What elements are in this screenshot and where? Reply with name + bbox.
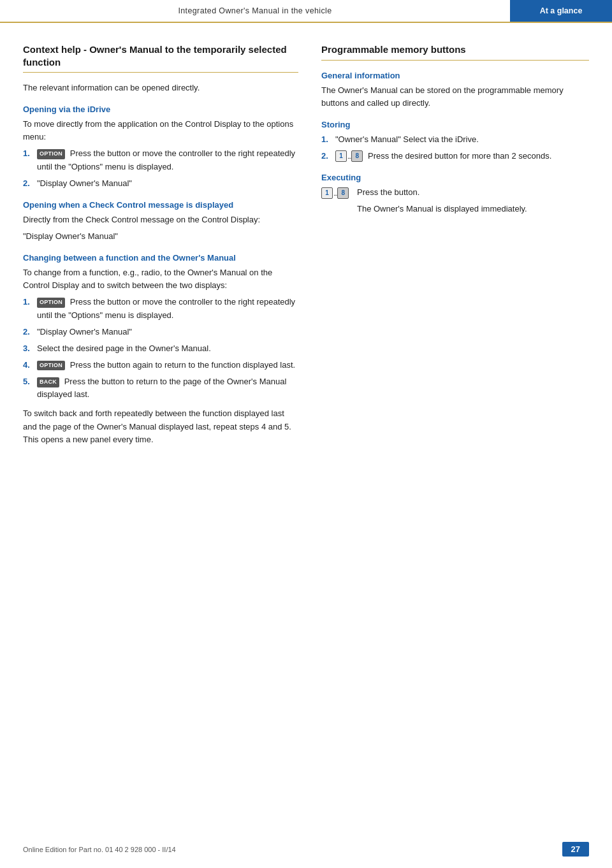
step-number: 1.: [321, 133, 335, 146]
step-number: 4.: [23, 359, 37, 372]
list-item: 2. "Display Owner's Manual": [23, 177, 298, 190]
opening-idrive-steps: 1. OPTION Press the button or move the c…: [23, 147, 298, 189]
header-section-title: At a glance: [510, 0, 612, 22]
step-content: 1 ... 8 Press the desired button for mor…: [335, 150, 589, 163]
list-item: 1. OPTION Press the button or move the c…: [23, 296, 298, 321]
subsection-check-control-title: Opening when a Check Control message is …: [23, 200, 298, 210]
step-content: Select the desired page in the Owner's M…: [37, 342, 298, 355]
list-item: 4. OPTION Press the button again to retu…: [23, 359, 298, 372]
subsection-executing-title: Executing: [321, 173, 589, 182]
changing-footer-text: To switch back and forth repeatedly betw…: [23, 407, 298, 445]
list-item: 5. BACK Press the button to return to th…: [23, 375, 298, 401]
step-content: OPTION Press the button or move the cont…: [37, 147, 298, 173]
step-number: 1.: [23, 147, 37, 160]
page-header: Integrated Owner's Manual in the vehicle…: [0, 0, 612, 23]
step-content: OPTION Press the button or move the cont…: [37, 296, 298, 321]
subsection-storing-title: Storing: [321, 120, 589, 129]
executing-result-text: The Owner's Manual is displayed immediat…: [357, 203, 527, 215]
subsection-check-control-quote: "Display Owner's Manual": [23, 230, 298, 243]
storing-steps: 1. "Owner's Manual" Select via the iDriv…: [321, 133, 589, 163]
page-footer: Online Edition for Part no. 01 40 2 928 …: [0, 842, 612, 857]
right-column: Programmable memory buttons General info…: [321, 43, 589, 450]
section-divider: [321, 60, 589, 61]
mem-box-exec-1: 1: [321, 187, 333, 199]
list-item: 2. 1 ... 8 Press the desired button for …: [321, 150, 589, 163]
mem-box-8: 8: [351, 150, 363, 162]
option-button-icon: OPTION: [37, 149, 65, 159]
step-content: "Owner's Manual" Select via the iDrive.: [335, 133, 589, 146]
page-number: 27: [562, 842, 589, 857]
left-column: Context help - Owner's Manual to the tem…: [23, 43, 298, 450]
option-button-icon: OPTION: [37, 361, 65, 371]
left-intro-text: The relevant information can be opened d…: [23, 82, 298, 94]
subsection-general-info-title: General information: [321, 71, 589, 80]
list-item: 1. "Owner's Manual" Select via the iDriv…: [321, 133, 589, 146]
executing-step-text: Press the button.: [357, 186, 527, 199]
step-content: "Display Owner's Manual": [37, 326, 298, 338]
list-item: 1. OPTION Press the button or move the c…: [23, 147, 298, 173]
step-content: OPTION Press the button again to return …: [37, 359, 298, 372]
subsection-opening-idrive-intro: To move directly from the application on…: [23, 118, 298, 143]
option-button-icon: OPTION: [37, 298, 65, 308]
step-number: 2.: [321, 150, 335, 163]
header-chapter-title: Integrated Owner's Manual in the vehicle: [0, 6, 510, 15]
list-item: 3. Select the desired page in the Owner'…: [23, 342, 298, 355]
step-content: BACK Press the button to return to the p…: [37, 375, 298, 401]
step-number: 2.: [23, 177, 37, 190]
back-button-icon: BACK: [37, 377, 59, 387]
step-number: 3.: [23, 342, 37, 355]
left-section-title: Context help - Owner's Manual to the tem…: [23, 43, 298, 68]
subsection-general-info-text: The Owner's Manual can be stored on the …: [321, 84, 589, 110]
list-item: 2. "Display Owner's Manual": [23, 326, 298, 338]
right-section-title: Programmable memory buttons: [321, 43, 589, 56]
section-label: At a glance: [540, 6, 583, 15]
subsection-opening-idrive-title: Opening via the iDrive: [23, 105, 298, 114]
memory-exec-icon: 1 ... 8: [321, 187, 349, 199]
changing-steps: 1. OPTION Press the button or move the c…: [23, 296, 298, 401]
mem-box-1: 1: [335, 150, 347, 162]
step-number: 5.: [23, 375, 37, 388]
executing-text: Press the button. The Owner's Manual is …: [357, 186, 527, 219]
subsection-check-control-intro: Directly from the Check Control message …: [23, 213, 298, 226]
step-content: "Display Owner's Manual": [37, 177, 298, 190]
chapter-label: Integrated Owner's Manual in the vehicle: [178, 6, 332, 15]
subsection-changing-title: Changing between a function and the Owne…: [23, 253, 298, 263]
memory-button-icon: 1 ... 8: [335, 150, 363, 162]
subsection-changing-intro: To change from a function, e.g., radio, …: [23, 266, 298, 292]
step-number: 1.: [23, 296, 37, 308]
section-divider: [23, 72, 298, 73]
footer-edition-text: Online Edition for Part no. 01 40 2 928 …: [23, 846, 176, 853]
mem-box-exec-8: 8: [337, 187, 349, 199]
executing-content: 1 ... 8 Press the button. The Owner's Ma…: [321, 186, 589, 219]
step-number: 2.: [23, 326, 37, 338]
main-content: Context help - Owner's Manual to the tem…: [0, 23, 612, 488]
executing-icon-area: 1 ... 8: [321, 187, 353, 199]
